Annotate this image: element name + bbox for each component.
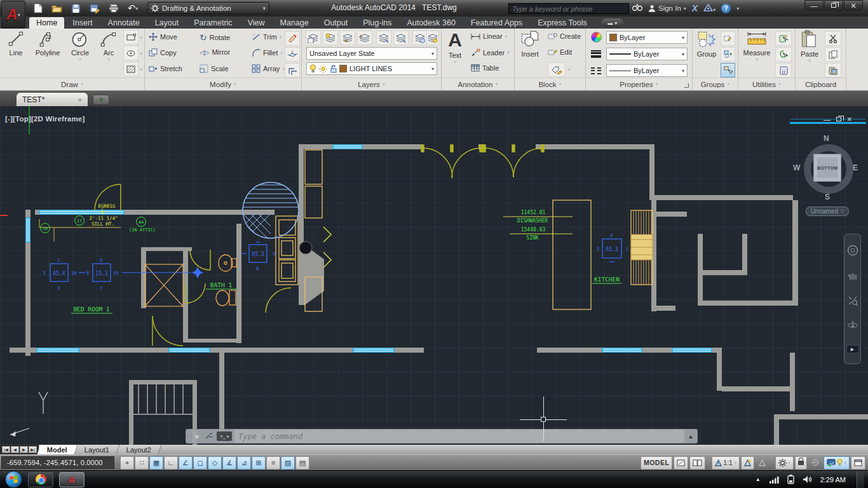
group-edit-button[interactable] (721, 31, 735, 46)
tab-featured-apps[interactable]: Featured Apps (464, 17, 529, 29)
new-button[interactable] (31, 2, 44, 15)
tray-expand-icon[interactable]: ▲ (756, 477, 761, 482)
clean-screen-button[interactable] (851, 456, 865, 470)
save-as-button[interactable] (88, 2, 102, 15)
command-close-icon[interactable]: × (191, 433, 203, 440)
viewcube-east[interactable]: E (853, 163, 858, 172)
file-tab-close-icon[interactable]: × (78, 96, 82, 104)
panel-layers-footer[interactable]: Layers▾ (302, 78, 441, 90)
text-button[interactable]: A Text ▾ (443, 30, 467, 65)
layer-properties-button[interactable] (306, 30, 321, 45)
tab-insert[interactable]: Insert (65, 17, 99, 29)
panel-utilities-footer[interactable]: Utilities▾ (738, 78, 795, 90)
quick-view-drawings-button[interactable] (689, 456, 705, 470)
edit-block-button[interactable]: Edit (548, 48, 572, 56)
panel-groups-footer[interactable]: Groups▾ (693, 78, 738, 90)
dialog-launcher-icon[interactable] (684, 83, 689, 88)
mirror-button[interactable]: ◁▷Mirror (200, 48, 230, 56)
hatch-button[interactable] (123, 62, 139, 76)
taskbar-autocad-button[interactable]: A (59, 472, 85, 487)
toggle-infer-constraints[interactable]: + (120, 456, 134, 470)
tab-annotate[interactable]: Annotate (101, 17, 147, 29)
edit-attributes-button[interactable] (548, 62, 566, 77)
floorplan-drawing[interactable]: A5.4 1 2 3 10 15.3 9 8 7 10 A5.3 (0, 106, 868, 445)
save-button[interactable] (69, 2, 83, 15)
toolbar-lock-button[interactable] (795, 456, 807, 470)
viewport-controls-label[interactable]: [-][Top][2D Wireframe] (5, 115, 85, 123)
isolate-objects-button[interactable] (808, 456, 822, 470)
arc-button[interactable]: Arc ▾ (97, 30, 121, 62)
copy-button[interactable]: Copy (149, 48, 177, 57)
erase-button[interactable] (285, 31, 300, 46)
toggle-object-snap-tracking[interactable]: ∡ (222, 456, 236, 470)
quick-calc-button[interactable] (775, 63, 792, 78)
appliance-notes[interactable]: 11452.01 DISHWASHER 15440.03 SINK (503, 210, 573, 241)
scale-button[interactable]: Scale (200, 64, 229, 73)
bulb-icon[interactable] (309, 64, 316, 73)
closet-x[interactable] (145, 264, 183, 306)
tab-parametric[interactable]: Parametric (187, 17, 239, 29)
toggle-dynamic-input[interactable]: ⊞ (252, 456, 266, 470)
layer-previous-button[interactable] (357, 30, 372, 45)
callout-a53-kitchen[interactable]: A5.3 4 3 1 (597, 233, 628, 262)
column[interactable] (299, 241, 312, 254)
workspace-switch-button[interactable]: ▾ (775, 456, 794, 470)
toggle-ortho-mode[interactable]: ∟ (164, 456, 178, 470)
tab-home[interactable]: Home (29, 17, 64, 29)
search-input[interactable] (509, 5, 628, 13)
drawing-canvas[interactable]: A5.4 1 2 3 10 15.3 9 8 7 10 A5.3 (0, 106, 868, 445)
open-button[interactable] (50, 2, 64, 15)
layer-unisolate-button[interactable] (393, 30, 409, 45)
viewcube-south[interactable]: S (825, 193, 830, 201)
tab-manage[interactable]: Manage (273, 17, 316, 29)
tab-view[interactable]: View (241, 17, 272, 29)
orbit-icon[interactable] (848, 320, 858, 330)
command-grip-handle[interactable]: ⋮⋮ (186, 430, 191, 443)
sun-icon[interactable] (319, 65, 327, 73)
layer-dropdown[interactable]: LIGHT LINES ▾ (306, 62, 437, 75)
volume-icon[interactable] (803, 475, 812, 484)
tab-layout2[interactable]: Layout2 (117, 445, 162, 454)
layout-nav-prev[interactable]: ◀ (11, 446, 19, 453)
tab-layout1[interactable]: Layout1 (74, 445, 119, 454)
workspace-dropdown-icon[interactable]: ▾ (262, 5, 266, 11)
panel-properties-footer[interactable]: Properties▾ (586, 78, 692, 90)
toggle-quick-properties[interactable]: ▤ (295, 456, 309, 470)
undo-dropdown-icon[interactable]: ▾ (135, 6, 138, 11)
match-properties-button[interactable] (591, 32, 602, 43)
cabinets[interactable] (276, 150, 653, 311)
create-block-button[interactable]: Create (548, 32, 581, 40)
command-prompt-icon[interactable]: >_▾ (217, 431, 232, 441)
move-button[interactable]: Move (149, 32, 177, 41)
tab-model[interactable]: Model (37, 445, 78, 454)
binoculars-icon[interactable] (632, 4, 642, 13)
showmotion-button[interactable]: ▶ (846, 345, 859, 353)
workspace-selector[interactable]: Drafting & Annotation ▾ (147, 2, 269, 14)
ribbon-options-button[interactable]: ▬▾ (602, 18, 623, 27)
taskbar-clock[interactable]: 2:29 AM (820, 476, 848, 484)
measure-button[interactable]: Measure ▾ (741, 30, 773, 62)
autodesk360-icon[interactable]: ▾ (703, 4, 715, 13)
bath-fixtures[interactable] (216, 255, 236, 306)
restore-button[interactable] (824, 0, 843, 11)
panel-block-footer[interactable]: Block▾ (515, 78, 585, 90)
panel-modify-footer[interactable]: Modify▾ (145, 78, 301, 90)
layout-nav-last[interactable]: ▶| (29, 446, 37, 453)
zoom-extents-icon[interactable] (848, 295, 858, 306)
command-history-icon[interactable]: ▲ (684, 433, 697, 440)
object-color-dropdown[interactable]: ByLayer▾ (606, 31, 688, 44)
callout-a54[interactable]: A5.4 1 2 3 10 (43, 258, 85, 291)
toggle-snap-mode[interactable]: ∷ (135, 456, 149, 470)
stair-treads[interactable] (133, 384, 193, 414)
group-button[interactable]: Group (694, 30, 719, 58)
taskbar-chrome-button[interactable] (28, 472, 53, 487)
app-menu-button[interactable]: A▾ (1, 1, 25, 29)
paste-special-button[interactable] (825, 63, 841, 78)
layer-isolate-button[interactable] (376, 30, 391, 45)
toggle-transparency[interactable]: ▨ (281, 456, 295, 470)
tab-express-tools[interactable]: Express Tools (531, 17, 594, 29)
undo-button[interactable]: ↶▾ (126, 2, 140, 15)
network-icon[interactable] (769, 476, 779, 484)
cut-button[interactable] (825, 31, 841, 46)
new-drawing-tab-button[interactable]: + (93, 95, 109, 105)
